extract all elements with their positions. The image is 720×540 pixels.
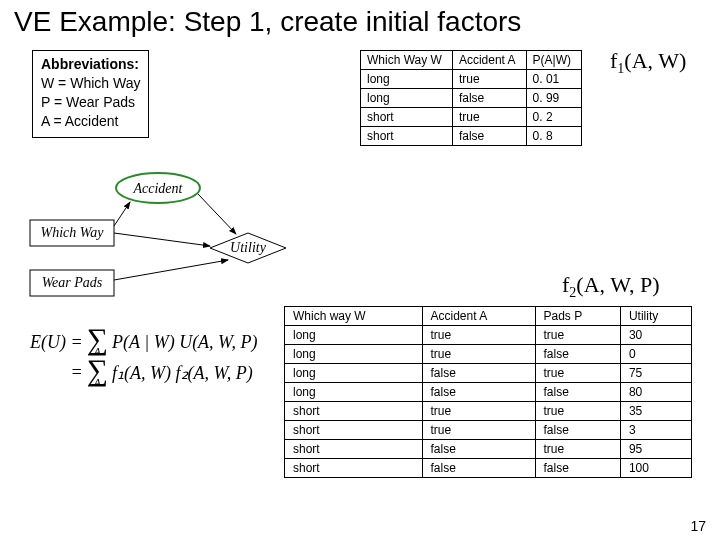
f1-cell: 0. 8	[526, 127, 581, 146]
f1-cell: short	[361, 108, 453, 127]
f2-header: Which way W	[285, 307, 423, 326]
edge-wearpads-utility	[114, 260, 228, 280]
expected-utility-formula: E(U) = ∑A P(A | W) U(A, W, P) E(U) = ∑A …	[30, 330, 257, 391]
influence-diagram: Accident Which Way Wear Pads Utility	[28, 170, 308, 310]
f2-cell: 80	[620, 383, 691, 402]
f2-cell: long	[285, 364, 423, 383]
f2-cell: false	[422, 364, 535, 383]
node-accident-label: Accident	[133, 181, 184, 196]
f1-cell: true	[452, 108, 526, 127]
f2-cell: 35	[620, 402, 691, 421]
f2-cell: 100	[620, 459, 691, 478]
f2-cell: long	[285, 345, 423, 364]
f1-cell: long	[361, 89, 453, 108]
f1-cell: false	[452, 127, 526, 146]
f1-cell: 0. 01	[526, 70, 581, 89]
f2-cell: short	[285, 421, 423, 440]
f2-cell: true	[422, 326, 535, 345]
f2-cell: true	[422, 402, 535, 421]
f2-cell: long	[285, 326, 423, 345]
factor-1-label: f1(A, W)	[610, 48, 686, 77]
f2-cell: short	[285, 459, 423, 478]
f1-header: Accident A	[452, 51, 526, 70]
abbrev-line: W = Which Way	[41, 74, 140, 93]
f2-header: Accident A	[422, 307, 535, 326]
f2-cell: 0	[620, 345, 691, 364]
edge-whichway-accident	[114, 202, 130, 226]
edge-accident-utility	[198, 194, 236, 234]
f2-cell: true	[535, 364, 620, 383]
f2-cell: false	[535, 345, 620, 364]
edge-whichway-utility	[114, 233, 210, 246]
node-wearpads-label: Wear Pads	[42, 275, 103, 290]
f2-cell: 30	[620, 326, 691, 345]
slide-title: VE Example: Step 1, create initial facto…	[14, 6, 521, 38]
f2-cell: short	[285, 402, 423, 421]
factor-2-label: f2(A, W, P)	[562, 272, 659, 301]
f2-cell: 95	[620, 440, 691, 459]
f2-cell: false	[535, 383, 620, 402]
abbrev-line: P = Wear Pads	[41, 93, 140, 112]
f1-cell: long	[361, 70, 453, 89]
abbrev-header: Abbreviations:	[41, 55, 140, 74]
f2-cell: false	[422, 440, 535, 459]
f2-header: Pads P	[535, 307, 620, 326]
f1-cell: 0. 2	[526, 108, 581, 127]
f2-cell: true	[422, 345, 535, 364]
f1-header: P(A|W)	[526, 51, 581, 70]
f2-cell: true	[535, 402, 620, 421]
f2-cell: long	[285, 383, 423, 402]
f2-cell: false	[535, 421, 620, 440]
factor-1-table: Which Way W Accident A P(A|W) longtrue0.…	[360, 50, 582, 146]
f2-cell: short	[285, 440, 423, 459]
node-whichway-label: Which Way	[41, 225, 105, 240]
factor-2-table: Which way W Accident A Pads P Utility lo…	[284, 306, 692, 478]
f2-cell: 75	[620, 364, 691, 383]
f2-header: Utility	[620, 307, 691, 326]
f2-cell: true	[535, 326, 620, 345]
f2-cell: true	[535, 440, 620, 459]
f2-cell: false	[422, 459, 535, 478]
node-utility-label: Utility	[230, 240, 267, 255]
page-number: 17	[690, 518, 706, 534]
abbreviations-box: Abbreviations: W = Which Way P = Wear Pa…	[32, 50, 149, 138]
f2-cell: false	[535, 459, 620, 478]
f2-cell: false	[422, 383, 535, 402]
f2-cell: true	[422, 421, 535, 440]
f1-cell: true	[452, 70, 526, 89]
f1-cell: false	[452, 89, 526, 108]
f1-cell: 0. 99	[526, 89, 581, 108]
f2-cell: 3	[620, 421, 691, 440]
abbrev-line: A = Accident	[41, 112, 140, 131]
f1-cell: short	[361, 127, 453, 146]
f1-header: Which Way W	[361, 51, 453, 70]
